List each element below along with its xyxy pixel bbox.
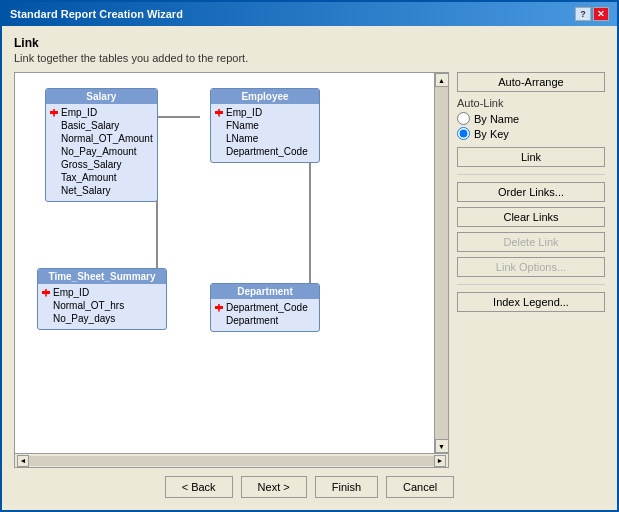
vertical-scrollbar[interactable]: ▲ ▼ — [434, 73, 448, 453]
window-title: Standard Report Creation Wizard — [10, 8, 183, 20]
table-employee-body: Emp_ID FName LName Department_Code — [211, 104, 319, 162]
main-window: Standard Report Creation Wizard ? ✕ Link… — [0, 0, 619, 512]
table-timesheet-body: Emp_ID Normal_OT_hrs No_Pay_days — [38, 284, 166, 329]
finish-button[interactable]: Finish — [315, 476, 378, 498]
back-button[interactable]: < Back — [165, 476, 233, 498]
titlebar: Standard Report Creation Wizard ? ✕ — [2, 2, 617, 26]
auto-arrange-button[interactable]: Auto-Arrange — [457, 72, 605, 92]
field-row: Normal_OT_Amount — [50, 132, 153, 145]
by-key-radio[interactable] — [457, 127, 470, 140]
field-row: Department_Code — [215, 145, 315, 158]
scroll-track-h[interactable] — [29, 456, 434, 466]
order-links-button[interactable]: Order Links... — [457, 182, 605, 202]
by-name-radio-row[interactable]: By Name — [457, 112, 605, 125]
auto-link-group: Auto-Link By Name By Key — [457, 97, 605, 142]
separator-2 — [457, 284, 605, 285]
field-row: No_Pay_days — [42, 312, 162, 325]
key-icon — [50, 109, 58, 117]
next-button[interactable]: Next > — [241, 476, 307, 498]
field-row: Net_Salary — [50, 184, 153, 197]
separator-1 — [457, 174, 605, 175]
by-key-label: By Key — [474, 128, 509, 140]
content-area: Link Link together the tables you added … — [2, 26, 617, 510]
table-salary-header: Salary — [46, 89, 157, 104]
field-row: Basic_Salary — [50, 119, 153, 132]
key-icon — [215, 109, 223, 117]
cancel-button[interactable]: Cancel — [386, 476, 454, 498]
field-row: No_Pay_Amount — [50, 145, 153, 158]
right-panel: Auto-Arrange Auto-Link By Name By Key Li… — [457, 72, 605, 468]
step-description: Link together the tables you added to th… — [14, 52, 605, 64]
field-row: FName — [215, 119, 315, 132]
table-employee-header: Employee — [211, 89, 319, 104]
table-department-header: Department — [211, 284, 319, 299]
close-button[interactable]: ✕ — [593, 7, 609, 21]
table-timesheet[interactable]: Time_Sheet_Summary Emp_ID Normal_OT_hrs … — [37, 268, 167, 330]
canvas-container: Salary Emp_ID Basic_Salary Normal_OT_Amo… — [14, 72, 449, 468]
table-salary-body: Emp_ID Basic_Salary Normal_OT_Amount No_… — [46, 104, 157, 201]
link-button[interactable]: Link — [457, 147, 605, 167]
key-icon — [215, 304, 223, 312]
step-title: Link — [14, 36, 605, 50]
field-row: Department_Code — [215, 301, 315, 314]
by-name-radio[interactable] — [457, 112, 470, 125]
field-row: Normal_OT_hrs — [42, 299, 162, 312]
field-row: Emp_ID — [215, 106, 315, 119]
table-timesheet-header: Time_Sheet_Summary — [38, 269, 166, 284]
canvas-area[interactable]: Salary Emp_ID Basic_Salary Normal_OT_Amo… — [14, 72, 449, 454]
help-button[interactable]: ? — [575, 7, 591, 21]
delete-link-button[interactable]: Delete Link — [457, 232, 605, 252]
table-employee[interactable]: Employee Emp_ID FName LName Department_C… — [210, 88, 320, 163]
field-row: Department — [215, 314, 315, 327]
scroll-down-arrow[interactable]: ▼ — [435, 439, 449, 453]
index-legend-button[interactable]: Index Legend... — [457, 292, 605, 312]
horizontal-scrollbar[interactable]: ◄ ► — [14, 454, 449, 468]
table-salary[interactable]: Salary Emp_ID Basic_Salary Normal_OT_Amo… — [45, 88, 158, 202]
field-row: Emp_ID — [50, 106, 153, 119]
clear-links-button[interactable]: Clear Links — [457, 207, 605, 227]
scroll-right-arrow[interactable]: ► — [434, 455, 446, 467]
field-row: Gross_Salary — [50, 158, 153, 171]
field-row: Emp_ID — [42, 286, 162, 299]
link-options-button[interactable]: Link Options... — [457, 257, 605, 277]
table-department-body: Department_Code Department — [211, 299, 319, 331]
titlebar-buttons: ? ✕ — [575, 7, 609, 21]
scroll-track-v[interactable] — [435, 87, 448, 439]
canvas-inner: Salary Emp_ID Basic_Salary Normal_OT_Amo… — [15, 73, 434, 453]
main-row: Salary Emp_ID Basic_Salary Normal_OT_Amo… — [14, 72, 605, 468]
auto-link-label: Auto-Link — [457, 97, 605, 109]
field-row: Tax_Amount — [50, 171, 153, 184]
table-department[interactable]: Department Department_Code Department — [210, 283, 320, 332]
key-icon — [42, 289, 50, 297]
scroll-up-arrow[interactable]: ▲ — [435, 73, 449, 87]
by-name-label: By Name — [474, 113, 519, 125]
field-row: LName — [215, 132, 315, 145]
bottom-bar: < Back Next > Finish Cancel — [14, 468, 605, 502]
header-section: Link Link together the tables you added … — [14, 36, 605, 64]
by-key-radio-row[interactable]: By Key — [457, 127, 605, 140]
scroll-left-arrow[interactable]: ◄ — [17, 455, 29, 467]
